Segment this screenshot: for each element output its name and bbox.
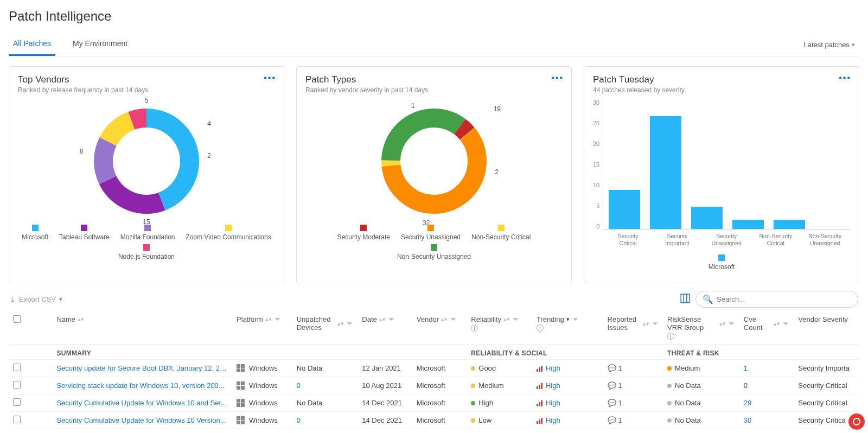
patch-name-link[interactable]: Servicing stack update for Windows 10, v… <box>56 381 224 390</box>
patch-name-link[interactable]: Security Cumulative Update for Windows 1… <box>56 416 226 424</box>
filter-icon[interactable]: ⏷ <box>728 320 735 328</box>
bar[interactable] <box>691 207 723 229</box>
search-input[interactable] <box>717 295 851 303</box>
top-vendors-donut-chart[interactable]: 15 8 5 4 2 <box>90 104 203 218</box>
row-checkbox[interactable] <box>13 398 21 406</box>
windows-icon <box>237 364 245 372</box>
cve-link[interactable]: 1 <box>744 364 748 372</box>
cve-link[interactable]: 29 <box>744 399 751 407</box>
filter-icon[interactable]: ⏷ <box>274 315 281 323</box>
info-icon[interactable]: i <box>537 324 544 332</box>
filter-icon[interactable]: ⏷ <box>450 315 457 323</box>
vendor-cell: Microsoft <box>412 411 467 429</box>
bar[interactable] <box>609 190 640 229</box>
table-row[interactable]: Security Cumulative Update for Windows 1… <box>9 411 859 429</box>
filter-icon[interactable]: ⏷ <box>572 315 579 323</box>
col-name[interactable]: Name <box>56 315 75 323</box>
windows-icon <box>237 416 245 424</box>
group-header-reliability: RELIABILITY & SOCIAL <box>467 345 663 359</box>
donut-label: 2 <box>495 168 499 176</box>
filter-icon[interactable]: ⏷ <box>782 320 789 328</box>
platform-cell: Windows <box>237 399 288 407</box>
filter-icon[interactable]: ⏷ <box>512 315 519 323</box>
table-row[interactable]: December 14, 2021 - KB5008215 (OS Build … <box>9 429 859 433</box>
col-platform[interactable]: Platform <box>237 315 263 323</box>
table-row[interactable]: Security update for Secure Boot DBX: Jan… <box>9 359 859 377</box>
legend-label: Node.js Foundation <box>118 253 175 260</box>
col-unpatched[interactable]: Unpatched Devices <box>297 315 336 332</box>
donut-label: 1 <box>411 102 415 110</box>
patch-types-donut-chart[interactable]: 19 2 32 1 <box>377 104 491 218</box>
info-icon[interactable]: i <box>471 324 478 332</box>
sort-icon[interactable]: ▴▾ <box>379 318 386 321</box>
legend-label: Security Moderate <box>337 233 390 241</box>
bar[interactable] <box>774 220 805 229</box>
search-box[interactable]: 🔍 <box>695 291 858 308</box>
sort-icon[interactable]: ▾ <box>566 318 570 321</box>
filter-icon[interactable]: ⏷ <box>388 315 395 323</box>
col-date[interactable]: Date <box>362 315 376 323</box>
col-cve[interactable]: Cve Count <box>744 315 772 332</box>
table-row[interactable]: Servicing stack update for Windows 10, v… <box>9 377 859 394</box>
latest-patches-dropdown[interactable]: Latest patches ▾ <box>803 41 859 49</box>
reported-cell[interactable]: 💬1 <box>603 394 663 411</box>
cve-link[interactable]: 30 <box>744 416 751 424</box>
bar[interactable] <box>732 220 764 229</box>
donut-label: 8 <box>80 148 84 155</box>
comment-icon: 💬 <box>608 416 616 424</box>
sort-icon[interactable]: ▴▾ <box>78 318 84 321</box>
col-vendor[interactable]: Vendor <box>417 315 439 323</box>
col-reported[interactable]: Reported Issues <box>608 315 641 332</box>
cve-cell: 30 <box>739 411 794 429</box>
severity-cell: Security Critical <box>794 377 859 394</box>
tab-my-environment[interactable]: My Environment <box>68 34 132 56</box>
col-vrr[interactable]: RiskSense VRR Group <box>667 315 717 332</box>
top-vendors-legend: Microsoft Tableau Software Mozilla Found… <box>18 225 275 260</box>
sort-icon[interactable]: ▴▾ <box>719 322 726 325</box>
patch-name-link[interactable]: Security Cumulative Update for Windows 1… <box>56 399 227 407</box>
reported-cell[interactable]: 💬1 <box>603 429 663 433</box>
card-top-vendors: ••• Top Vendors Ranked by release freque… <box>9 66 284 283</box>
reliability-cell: Low <box>467 411 532 429</box>
bar[interactable] <box>650 116 681 229</box>
sort-icon[interactable]: ▴▾ <box>774 322 780 325</box>
tab-all-patches[interactable]: All Patches <box>9 34 55 56</box>
cve-cell: 0 <box>739 377 794 394</box>
info-icon[interactable]: i <box>667 333 674 340</box>
row-checkbox[interactable] <box>13 416 21 423</box>
col-trending[interactable]: Trending <box>537 315 564 323</box>
severity-cell: Security Critical <box>794 394 859 411</box>
date-cell: 12 Jan 2021 <box>358 359 412 377</box>
reported-cell[interactable]: 💬1 <box>603 411 663 429</box>
help-fab-button[interactable] <box>848 413 865 430</box>
reported-cell[interactable]: 💬1 <box>603 377 663 394</box>
unpatched-link[interactable]: 0 <box>297 381 301 390</box>
sort-icon[interactable]: ▴▾ <box>643 322 649 325</box>
sort-icon[interactable]: ▴▾ <box>337 322 344 325</box>
filter-icon[interactable]: ⏷ <box>652 320 659 328</box>
col-reliability[interactable]: Reliability <box>471 315 501 323</box>
export-csv-button[interactable]: ⤓ Export CSV ▾ <box>10 295 62 303</box>
download-icon: ⤓ <box>10 295 16 303</box>
patch-name-link[interactable]: Security update for Secure Boot DBX: Jan… <box>56 364 229 372</box>
legend-label: Tableau Software <box>59 233 110 241</box>
sort-icon[interactable]: ▴▾ <box>265 318 272 321</box>
cve-cell: 1 <box>739 359 794 377</box>
card-more-icon[interactable]: ••• <box>551 73 564 83</box>
table-row[interactable]: Security Cumulative Update for Windows 1… <box>9 394 859 411</box>
patch-tuesday-bar-chart[interactable] <box>603 99 850 230</box>
donut-label: 2 <box>207 152 211 160</box>
card-title: Patch Tuesday <box>593 74 850 85</box>
col-severity[interactable]: Vendor Severity <box>798 315 848 323</box>
card-more-icon[interactable]: ••• <box>839 73 851 83</box>
filter-icon[interactable]: ⏷ <box>346 320 353 328</box>
card-more-icon[interactable]: ••• <box>264 73 276 83</box>
select-all-checkbox[interactable] <box>13 315 21 323</box>
reported-cell[interactable]: 💬1 <box>603 359 663 377</box>
row-checkbox[interactable] <box>13 364 21 371</box>
unpatched-link[interactable]: 0 <box>297 416 301 424</box>
sort-icon[interactable]: ▴▾ <box>503 318 510 321</box>
column-chooser-button[interactable] <box>680 294 690 305</box>
row-checkbox[interactable] <box>13 381 21 389</box>
sort-icon[interactable]: ▴▾ <box>441 318 448 321</box>
